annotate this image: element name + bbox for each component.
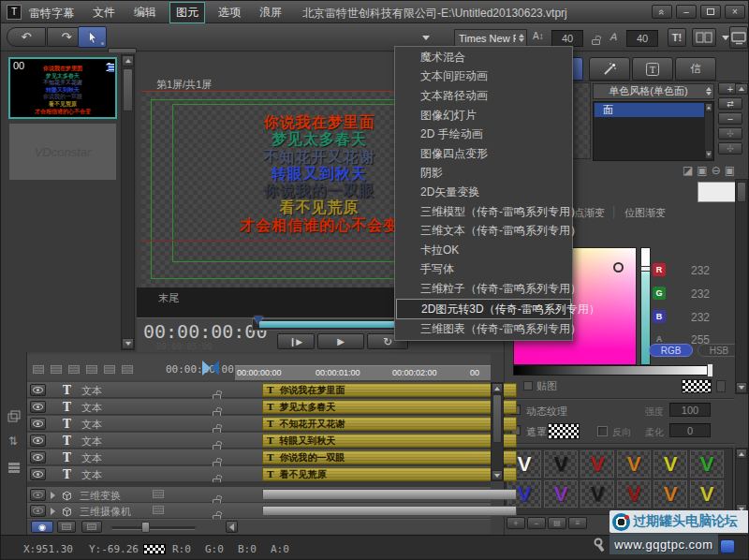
preset-menu-button[interactable]: ≡ — [568, 517, 587, 529]
map-checkbox[interactable] — [523, 381, 533, 391]
keyframe-mode-button[interactable]: ◉ — [31, 521, 53, 533]
forum-blue-icon[interactable] — [720, 539, 735, 553]
font-size-input[interactable]: 40 — [551, 30, 583, 47]
map-picker-button[interactable] — [716, 380, 726, 392]
style-preset[interactable]: V — [654, 450, 687, 478]
style-preset[interactable]: V — [617, 450, 651, 478]
layer-reorder-button[interactable]: ⇄ — [718, 97, 742, 110]
scroll-down-icon[interactable] — [705, 150, 712, 159]
menu-item-image-4point-warp[interactable]: 图像四点变形 — [396, 144, 571, 164]
screen-thumbnail-selected[interactable]: 00 1 你说我在梦里面 梦见太多春天 不知花开又花谢 转眼又到秋天 你说我的一… — [8, 57, 117, 119]
more-objects-dropdown-icon[interactable] — [422, 36, 430, 40]
timeline-clip[interactable]: T梦见太多春天 — [262, 400, 517, 414]
style-preset[interactable]: V — [544, 450, 578, 478]
style-layer-list[interactable]: 面 — [593, 101, 714, 161]
preset-apply-button[interactable]: ▤ — [548, 517, 566, 529]
track-visibility-button[interactable] — [30, 401, 46, 413]
picker-cursor[interactable] — [613, 262, 624, 273]
tab-info[interactable]: 信 — [675, 57, 716, 81]
scroll-down-icon[interactable] — [122, 338, 134, 349]
layer-remove-button[interactable]: − — [718, 112, 742, 125]
timeline-zoom-slider[interactable] — [111, 526, 196, 530]
timeline-clip[interactable]: T看不见荒原 — [262, 467, 517, 481]
scroll-up-icon[interactable] — [736, 449, 747, 459]
menu-item-magic-blend[interactable]: 魔术混合 — [396, 48, 571, 67]
scroll-up-icon[interactable] — [492, 383, 503, 393]
track-list-icon[interactable] — [7, 460, 21, 477]
layer-item-selected[interactable]: 面 — [595, 103, 704, 117]
style-preset[interactable]: V — [654, 480, 687, 508]
menu-item-3d-particles[interactable]: 三维粒子（传奇-雷鸣系列专用） — [396, 279, 571, 299]
layer-stack-icon[interactable] — [7, 409, 21, 426]
timeline-clip[interactable]: T你说我的一双眼 — [262, 450, 517, 464]
menu-item-3d-text[interactable]: 三维文本（传奇-雷鸣系列专用） — [396, 221, 571, 241]
timeline-header-tools[interactable] — [33, 365, 133, 374]
timeline-playhead[interactable] — [202, 361, 219, 376]
text-table-button[interactable] — [692, 28, 716, 47]
undo-button[interactable]: ↶ — [7, 27, 46, 47]
thumbnail-scrollbar[interactable] — [121, 54, 135, 350]
track-visibility-button[interactable] — [30, 505, 46, 517]
menu-item-text-path-anim[interactable]: 文本路径动画 — [396, 86, 571, 106]
collapse-ribbon-button[interactable]: « — [652, 5, 672, 19]
select-tool-button[interactable] — [78, 26, 107, 48]
mask-swatch[interactable] — [548, 423, 580, 439]
screen-thumbnail-empty[interactable]: VDconstar — [8, 123, 117, 181]
style-preset[interactable]: V — [580, 480, 614, 508]
menu-primitive[interactable]: 图元 — [169, 2, 205, 23]
layer-up-button[interactable]: ✣ — [718, 127, 742, 140]
timeline-scrollbar[interactable] — [491, 382, 504, 481]
track-visibility-button[interactable] — [30, 489, 46, 501]
menu-item-image-slideshow[interactable]: 图像幻灯片 — [396, 106, 571, 125]
preset-remove-button[interactable]: − — [527, 517, 546, 529]
expand-track-icon[interactable] — [51, 492, 55, 499]
brightness-gradient-bar[interactable] — [513, 365, 712, 376]
menu-edit[interactable]: 编辑 — [128, 3, 162, 22]
green-value[interactable]: 232 — [691, 287, 710, 301]
object-clip[interactable] — [262, 489, 517, 500]
style-preset[interactable]: V — [544, 480, 578, 508]
layer-square-icon[interactable]: ▣ — [697, 164, 707, 177]
close-button[interactable]: × — [725, 5, 745, 19]
minimize-button[interactable]: – — [676, 5, 697, 19]
timeline-clip[interactable]: T你说我在梦里面 — [262, 383, 517, 397]
menu-item-2d-to-3d[interactable]: 2D图元转3D（传奇-雷鸣系列专用） — [396, 299, 571, 320]
menu-item-text-spacing-anim[interactable]: 文本间距动画 — [396, 67, 571, 87]
maximize-button[interactable] — [700, 5, 721, 19]
strength-input[interactable]: 100 — [669, 403, 711, 417]
style-preset[interactable]: V — [690, 480, 724, 508]
preset-add-button[interactable]: + — [507, 517, 525, 529]
font-width-input[interactable]: 40 — [626, 30, 658, 47]
timeline-clip[interactable]: T不知花开又花谢 — [262, 417, 517, 431]
map-swatch[interactable] — [682, 379, 712, 393]
current-color-swatch[interactable] — [698, 182, 739, 202]
circle-minus-icon[interactable]: ⊖ — [712, 164, 721, 177]
soften-input[interactable]: 0 — [669, 423, 711, 437]
menu-item-handwriting[interactable]: 手写体 — [396, 260, 571, 280]
sort-arrows-icon[interactable]: ⇅ — [8, 435, 18, 448]
text-more-dropdown-icon[interactable] — [722, 36, 729, 40]
play-button[interactable]: ▶ — [317, 333, 364, 349]
tab-effects[interactable] — [589, 57, 630, 81]
aspect-lock-icon[interactable] — [592, 32, 600, 49]
expand-track-icon[interactable] — [51, 508, 55, 515]
tab-text-template[interactable]: T — [632, 57, 673, 81]
monitor-output-button[interactable] — [729, 26, 748, 49]
scroll-down-icon[interactable] — [736, 382, 747, 393]
layer-list-scrollbar[interactable] — [704, 102, 713, 160]
scroll-up-icon[interactable] — [122, 55, 134, 66]
scroll-up-icon[interactable] — [705, 103, 712, 112]
style-preset[interactable]: V — [617, 480, 651, 508]
style-panel-scrollbar[interactable] — [735, 179, 748, 394]
menu-roll[interactable]: 浪屏 — [254, 3, 287, 22]
gradient-bar-handle[interactable] — [707, 363, 713, 377]
layer-down-button[interactable]: ✣ — [718, 142, 742, 155]
scrub-handle[interactable] — [254, 317, 263, 324]
menu-file[interactable]: 文件 — [87, 3, 121, 22]
track-visibility-button[interactable] — [30, 384, 46, 396]
menu-item-2d-hand-anim[interactable]: 2D 手绘动画 — [396, 125, 571, 144]
scroll-up-icon[interactable] — [735, 83, 748, 95]
keyframe-list-icon[interactable] — [153, 490, 164, 498]
object-clip[interactable] — [262, 506, 517, 516]
font-spinner[interactable] — [516, 34, 526, 42]
